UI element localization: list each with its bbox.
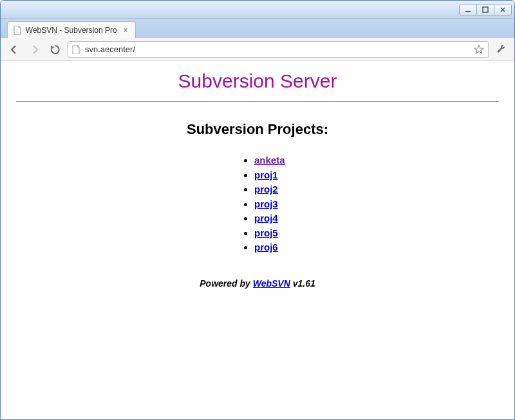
reload-button[interactable] xyxy=(47,41,64,58)
project-link[interactable]: proj5 xyxy=(254,227,278,238)
browser-tab[interactable]: WebSVN - Subversion Proj × xyxy=(7,21,136,38)
list-item: proj5 xyxy=(254,226,332,241)
page-title: Subversion Server xyxy=(16,70,499,92)
list-item: proj2 xyxy=(254,182,332,197)
project-link[interactable]: proj6 xyxy=(254,242,278,253)
minimize-button[interactable] xyxy=(459,4,477,15)
bookmark-star-icon[interactable] xyxy=(474,44,484,55)
window-controls xyxy=(460,4,512,15)
section-title: Subversion Projects: xyxy=(16,121,499,138)
browser-window: WebSVN - Subversion Proj × Subversion Se xyxy=(0,0,515,420)
project-link[interactable]: anketa xyxy=(254,155,285,166)
list-item: anketa xyxy=(254,153,332,168)
footer: Powered by WebSVN v1.61 xyxy=(16,278,499,289)
list-item: proj4 xyxy=(254,211,332,226)
tab-strip: WebSVN - Subversion Proj × xyxy=(1,19,514,38)
address-bar[interactable] xyxy=(68,41,489,58)
list-item: proj1 xyxy=(254,168,332,183)
close-button[interactable] xyxy=(494,4,512,15)
globe-icon xyxy=(72,45,81,54)
footer-link[interactable]: WebSVN xyxy=(253,278,290,289)
browser-toolbar xyxy=(1,38,514,61)
wrench-menu-button[interactable] xyxy=(492,41,509,58)
tab-title: WebSVN - Subversion Proj xyxy=(26,26,117,35)
project-list: anketaproj1proj2proj3proj4proj5proj6 xyxy=(183,153,332,255)
url-input[interactable] xyxy=(85,44,470,54)
project-link[interactable]: proj4 xyxy=(254,213,278,224)
footer-suffix: v1.61 xyxy=(290,278,315,289)
tab-close-icon[interactable]: × xyxy=(121,26,130,35)
page-icon xyxy=(13,26,22,35)
project-link[interactable]: proj3 xyxy=(254,198,278,209)
maximize-button[interactable] xyxy=(476,4,494,15)
divider xyxy=(16,101,499,102)
list-item: proj6 xyxy=(254,240,332,255)
project-link[interactable]: proj1 xyxy=(254,169,278,180)
back-button[interactable] xyxy=(6,41,23,58)
svg-rect-1 xyxy=(483,7,488,12)
svg-rect-0 xyxy=(465,11,471,12)
forward-button[interactable] xyxy=(26,41,43,58)
footer-prefix: Powered by xyxy=(200,278,252,289)
page-content: Subversion Server Subversion Projects: a… xyxy=(1,61,514,419)
list-item: proj3 xyxy=(254,197,332,212)
window-title-bar xyxy=(1,1,514,19)
project-link[interactable]: proj2 xyxy=(254,184,278,195)
